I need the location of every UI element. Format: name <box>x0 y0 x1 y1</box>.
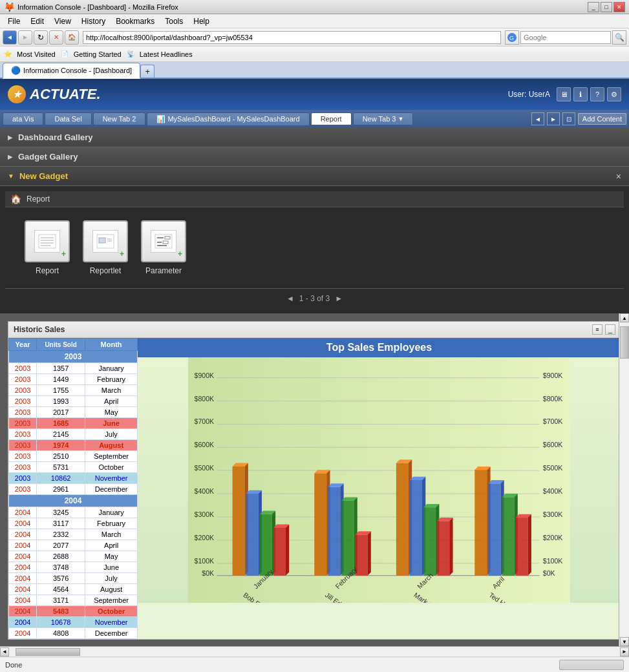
svg-rect-66 <box>341 501 354 576</box>
col-units: Units Sold <box>37 339 85 351</box>
refresh-button[interactable]: ↻ <box>34 30 48 45</box>
scroll-thumb[interactable] <box>620 326 629 359</box>
tab-scroll-right-button[interactable]: ► <box>547 112 560 125</box>
navbar: ◄ ► ↻ ✕ 🏠 G 🔍 <box>0 28 629 47</box>
scroll-track <box>9 647 620 656</box>
gadget-gallery-arrow-icon: ▶ <box>8 153 13 160</box>
svg-rect-72 <box>396 463 409 576</box>
bar-chart-svg: $900K $800K $700K $600K $500K $400K $300… <box>138 357 621 603</box>
settings-icon[interactable]: ⚙ <box>607 87 621 101</box>
table-row: 20035731October <box>9 462 138 473</box>
dashboard-main-area: Historic Sales ≡ _ Year <box>0 313 629 646</box>
browser-tab-dashboard[interactable]: 🔵 Information Console - [Dashboard] <box>3 63 140 79</box>
username: UserA <box>529 90 550 99</box>
dashboard-gallery-panel[interactable]: ▶ Dashboard Gallery <box>0 128 629 147</box>
gadget-report-label: Report <box>36 266 59 275</box>
new-gadget-close-button[interactable]: × <box>616 171 621 182</box>
monitor-icon[interactable]: 🖥 <box>557 87 571 101</box>
menu-edit[interactable]: Edit <box>25 16 49 27</box>
vertical-scrollbar[interactable]: ▲ ▼ <box>619 313 629 646</box>
app-tab-report[interactable]: Report <box>311 112 352 125</box>
rss-icon: 📡 <box>127 50 134 58</box>
menu-bookmarks[interactable]: Bookmarks <box>111 16 160 27</box>
search-button[interactable]: 🔍 <box>612 30 626 45</box>
pagination-next-button[interactable]: ► <box>335 294 343 303</box>
svg-rect-93 <box>516 518 528 576</box>
scroll-h-thumb[interactable] <box>16 648 80 656</box>
gadget-item-reportlet[interactable]: + Reportlet <box>83 220 128 275</box>
horizontal-scrollbar[interactable]: ◄ ► <box>0 646 629 656</box>
svg-marker-59 <box>286 525 289 576</box>
help-icon[interactable]: ? <box>590 87 604 101</box>
gadget-item-parameter[interactable]: + Parameter <box>141 220 186 275</box>
minimize-button[interactable]: _ <box>588 2 599 12</box>
bookmark-most-visited[interactable]: Most Visited <box>17 50 56 58</box>
app-tab-mysales[interactable]: 📊 MySalesDashBoard - MySalesDashBoard <box>147 112 309 126</box>
scroll-down-button[interactable]: ▼ <box>620 637 629 646</box>
app-tab-report-label: Report <box>321 115 342 123</box>
menu-help[interactable]: Help <box>188 16 215 27</box>
app-tab-datasel[interactable]: Data Sel <box>45 112 91 125</box>
browser-icon: 🦊 <box>4 2 15 12</box>
gadget-gallery-title: Gadget Gallery <box>18 152 78 162</box>
tab-detach-button[interactable]: ⊡ <box>562 112 575 125</box>
gadget-reportlet-icon: + <box>83 220 128 262</box>
separator-1: 📄 <box>61 50 69 58</box>
new-browser-tab-button[interactable]: + <box>140 65 155 78</box>
gadget-gallery-panel[interactable]: ▶ Gadget Gallery <box>0 147 629 167</box>
svg-rect-8 <box>99 238 105 243</box>
scroll-left-button[interactable]: ◄ <box>0 647 9 656</box>
gadget-item-report[interactable]: + Report <box>25 220 70 275</box>
close-button[interactable]: ✕ <box>613 2 625 12</box>
new-gadget-panel-header[interactable]: ▼ New Gadget × <box>0 167 629 186</box>
add-content-button[interactable]: Add Content <box>578 113 626 125</box>
address-bar[interactable] <box>83 31 501 44</box>
svg-rect-51 <box>246 494 259 576</box>
historic-widget-minimize-button[interactable]: _ <box>605 324 615 335</box>
app-tab-datavis[interactable]: ata Vis <box>3 112 43 125</box>
table-row: 20045483October <box>9 606 138 617</box>
svg-text:$200K: $200K <box>195 534 215 541</box>
menu-history[interactable]: History <box>76 16 111 27</box>
search-engine-icon[interactable]: G <box>505 30 519 45</box>
bookmark-latest-headlines[interactable]: Latest Headlines <box>140 50 193 58</box>
new-gadget-title: New Gadget <box>19 171 68 181</box>
parameter-plus-icon: + <box>178 249 182 258</box>
app-tab-newtab3[interactable]: New Tab 3 ▼ <box>353 112 414 125</box>
menubar: File Edit View History Bookmarks Tools H… <box>0 14 629 28</box>
home-icon[interactable]: 🏠 <box>10 194 21 204</box>
table-row: 20044808December <box>9 628 138 639</box>
search-input[interactable] <box>520 31 611 44</box>
app-tab-newtab3-dropdown-icon[interactable]: ▼ <box>398 116 403 122</box>
reportlet-icon-inner <box>92 230 118 253</box>
svg-rect-54 <box>260 514 272 576</box>
home-button[interactable]: 🏠 <box>65 30 79 45</box>
table-row: 20043748June <box>9 562 138 573</box>
app-tab-newtab2[interactable]: New Tab 2 <box>93 112 146 125</box>
svg-text:$600K: $600K <box>195 441 215 448</box>
svg-text:$500K: $500K <box>195 464 215 472</box>
table-row: 200310862November <box>9 473 138 484</box>
pagination-prev-button[interactable]: ◄ <box>286 294 294 303</box>
tab-scroll-left-button[interactable]: ◄ <box>531 112 544 125</box>
bookmark-getting-started[interactable]: Getting Started <box>74 50 122 58</box>
scroll-up-button[interactable]: ▲ <box>620 313 629 322</box>
back-button[interactable]: ◄ <box>3 30 17 45</box>
svg-rect-75 <box>410 480 422 576</box>
new-gadget-content: 🏠 Report <box>0 186 629 313</box>
table-row: 20044564August <box>9 584 138 595</box>
pagination-text: 1 - 3 of 3 <box>299 294 330 303</box>
app-tab-mysales-label: MySalesDashBoard - MySalesDashBoard <box>167 115 299 123</box>
svg-rect-90 <box>502 497 515 575</box>
stop-button[interactable]: ✕ <box>49 30 63 45</box>
svg-text:$100K: $100K <box>543 557 563 565</box>
maximize-button[interactable]: □ <box>601 2 612 12</box>
menu-file[interactable]: File <box>3 16 25 27</box>
app-tab-datavis-label: ata Vis <box>12 115 34 123</box>
scroll-right-button[interactable]: ► <box>620 647 629 656</box>
historic-widget-menu-button[interactable]: ≡ <box>592 324 602 335</box>
info-icon[interactable]: ℹ <box>573 87 588 101</box>
menu-view[interactable]: View <box>49 16 76 27</box>
menu-tools[interactable]: Tools <box>160 16 188 27</box>
forward-button[interactable]: ► <box>18 30 32 45</box>
